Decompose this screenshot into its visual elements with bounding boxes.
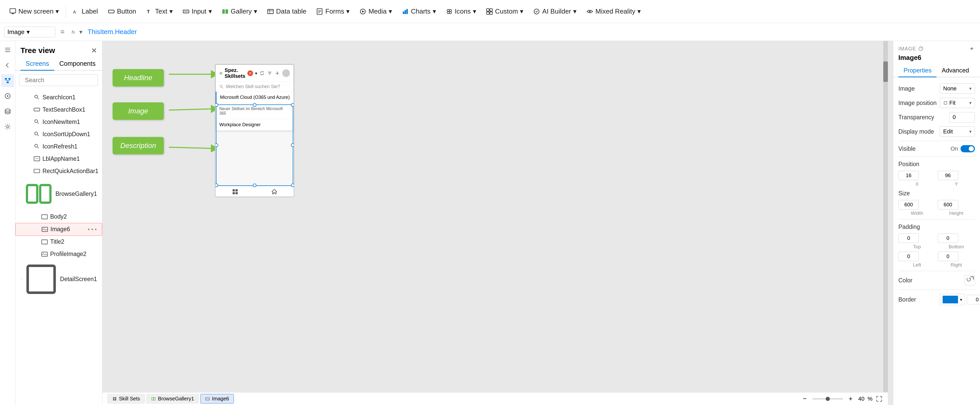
prop-input-padding-right[interactable]: [938, 252, 958, 261]
svg-marker-10: [362, 10, 364, 12]
icon-bar-menu[interactable]: [1, 43, 14, 56]
button-button[interactable]: Button: [103, 5, 140, 18]
tree-item-searchicon1[interactable]: SearchIcon1: [15, 91, 102, 104]
input-button[interactable]: Input ▾: [178, 5, 216, 18]
input-type-icon: [33, 106, 40, 113]
right-panel-tab-properties[interactable]: Properties: [898, 64, 937, 77]
icon-bar-data[interactable]: [1, 105, 14, 118]
tab-screens[interactable]: Screens: [21, 57, 54, 71]
icons-button[interactable]: Icons ▾: [442, 5, 480, 18]
icon-bar-tree[interactable]: [1, 74, 14, 87]
prop-dropdown-image-position[interactable]: Fit ▾: [940, 98, 975, 108]
prop-height-group: Height: [938, 200, 975, 216]
color-refresh-icon: [965, 276, 972, 283]
prop-input-padding-top[interactable]: [898, 233, 919, 243]
zoom-plus-button[interactable]: +: [846, 394, 855, 404]
visible-toggle[interactable]: [961, 145, 975, 152]
svg-rect-19: [490, 8, 492, 11]
zoom-minus-button[interactable]: −: [800, 394, 809, 404]
tree-item-label: Title2: [50, 238, 97, 245]
tree-item-title2[interactable]: Title2: [15, 236, 102, 248]
icon-bar-insert[interactable]: [1, 89, 14, 102]
icon-bar-settings[interactable]: [1, 120, 14, 133]
canvas-area[interactable]: Headline Image Description: [102, 41, 893, 405]
help-icon[interactable]: ?: [918, 46, 924, 51]
mixed-reality-button[interactable]: Mixed Reality ▾: [582, 5, 645, 18]
prop-input-width[interactable]: [898, 200, 919, 209]
svg-rect-40: [40, 185, 50, 203]
popup-sort-icon[interactable]: [267, 70, 272, 76]
prop-input-height[interactable]: [938, 200, 958, 209]
prop-input-border[interactable]: [967, 295, 980, 305]
tree-item-iconsortupdown1[interactable]: IconSortUpDown1: [15, 128, 102, 140]
new-screen-button[interactable]: New screen ▾: [5, 5, 63, 18]
prop-row-padding-label: Padding: [893, 222, 980, 233]
tree-item-lblappname1[interactable]: LblAppName1: [15, 153, 102, 165]
border-line-selector[interactable]: ▾: [940, 294, 965, 305]
tree-item-profileimage2[interactable]: ProfileImage2: [15, 248, 102, 260]
prop-grid-padding-left-right: Left Right: [893, 250, 980, 269]
canvas-tab-browsegallery1[interactable]: BrowseGallery1: [146, 394, 199, 403]
text-button[interactable]: T Text ▾: [142, 5, 177, 18]
svg-text:A: A: [73, 10, 76, 14]
tree-item-detailscreen1[interactable]: DetailScreen1: [15, 260, 102, 298]
tab-grid-icon: [112, 397, 117, 401]
popup-chevron[interactable]: ▾: [255, 71, 257, 76]
popup-add-icon[interactable]: [275, 70, 280, 76]
label-button[interactable]: A Label: [68, 5, 102, 18]
prop-dropdown-image[interactable]: None ▾: [940, 83, 975, 94]
fullscreen-icon[interactable]: [876, 395, 883, 402]
tree-item-more-button[interactable]: • • •: [88, 226, 97, 233]
canvas-tab-skillsets[interactable]: Skill Sets: [107, 394, 145, 403]
svg-rect-5: [222, 9, 225, 14]
data-table-button[interactable]: Data table: [263, 5, 311, 18]
prop-dropdown-display-mode[interactable]: Edit ▾: [940, 126, 975, 137]
tree-item-iconnewitem1[interactable]: IconNewItem1: [15, 116, 102, 128]
tab-components[interactable]: Components: [54, 57, 101, 71]
svg-rect-0: [10, 8, 16, 13]
tree-item-iconrefresh1[interactable]: IconRefresh1: [15, 140, 102, 153]
popup-item-3[interactable]: Workplace Designer: [216, 119, 293, 131]
nav-grid-icon[interactable]: [232, 188, 239, 195]
zoom-slider-thumb[interactable]: [826, 397, 830, 401]
formula-input[interactable]: [88, 28, 976, 36]
prop-color-swatch[interactable]: [965, 275, 975, 285]
media-button[interactable]: Media ▾: [355, 5, 396, 18]
right-panel-tab-advanced[interactable]: Advanced: [937, 64, 974, 77]
ai-builder-button[interactable]: AI Builder ▾: [529, 5, 581, 18]
popup-item-1[interactable]: Microsoft Cloud (O365 und Azure): [216, 92, 293, 104]
prop-padding-right-group: Right: [938, 252, 975, 268]
custom-button[interactable]: Custom ▾: [482, 5, 528, 18]
svg-rect-6: [226, 9, 228, 14]
tree-item-browsegallery1[interactable]: BrowseGallery1: [15, 177, 102, 211]
element-selector-dropdown[interactable]: Image ▾: [4, 27, 55, 37]
canvas-tab-image6[interactable]: Image6: [200, 394, 234, 403]
canvas-scrollbar[interactable]: [883, 41, 888, 392]
nav-home-icon[interactable]: [271, 188, 278, 195]
prop-y-label: Y: [938, 181, 975, 187]
tree-item-image6[interactable]: Image6 • • •: [15, 223, 102, 236]
tree-item-rectquickactionbar1[interactable]: RectQuickActionBar1: [15, 165, 102, 177]
popup-refresh-icon[interactable]: [259, 70, 265, 76]
prop-padding-top-group: Top: [898, 233, 936, 250]
canvas-scroll-thumb[interactable]: [883, 61, 888, 82]
tree-item-body2[interactable]: Body2: [15, 211, 102, 223]
zoom-slider[interactable]: [812, 398, 843, 400]
tree-item-textsearchbox1[interactable]: TextSearchBox1: [15, 104, 102, 116]
forms-button[interactable]: Forms ▾: [312, 5, 354, 18]
prop-input-x[interactable]: [898, 171, 919, 180]
prop-row-transparency: Transparency: [893, 110, 980, 124]
tree-tabs: Screens Components: [15, 57, 102, 71]
prop-input-y[interactable]: [938, 171, 958, 180]
prop-input-padding-left[interactable]: [898, 252, 919, 261]
prop-input-transparency[interactable]: [949, 112, 975, 122]
popup-close-button[interactable]: ✕: [247, 70, 253, 76]
prop-input-padding-bottom[interactable]: [938, 233, 958, 243]
popup-item-2[interactable]: Neuer Skillset im Bereich Microsoft 365: [216, 104, 293, 119]
gallery-button[interactable]: Gallery ▾: [218, 5, 261, 18]
tree-search-input[interactable]: [25, 77, 101, 84]
panel-expand-icon[interactable]: [969, 46, 975, 52]
icon-bar-back[interactable]: [1, 59, 14, 72]
charts-button[interactable]: Charts ▾: [398, 5, 440, 18]
tree-close-button[interactable]: ✕: [91, 46, 97, 55]
